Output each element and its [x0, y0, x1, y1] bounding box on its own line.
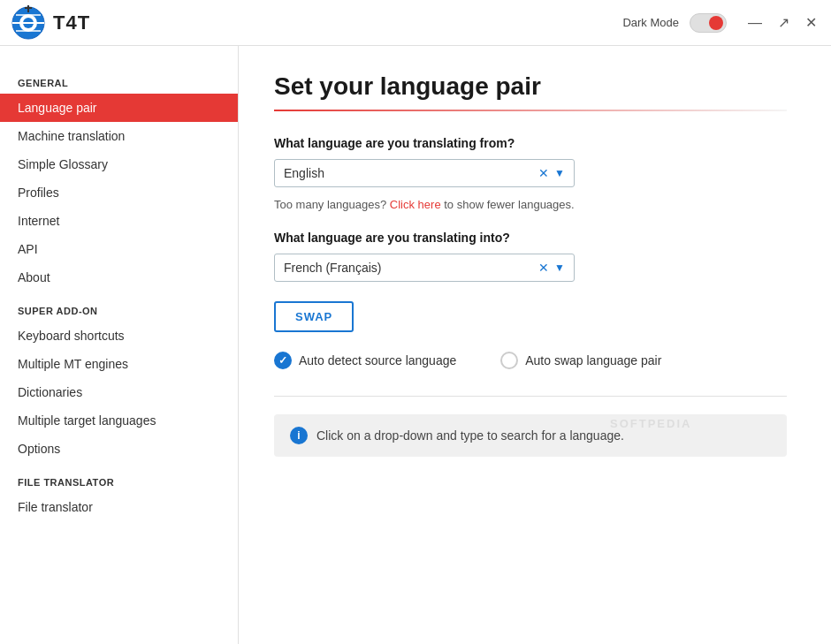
- sidebar-item-file-translator[interactable]: File translator: [0, 493, 238, 521]
- to-language-dropdown[interactable]: French (Français) ✕ ▼: [274, 254, 575, 282]
- auto-swap-checkbox-circle: [500, 352, 518, 369]
- clear-from-icon[interactable]: ✕: [538, 166, 549, 180]
- titlebar-left: T4T: [11, 5, 90, 41]
- titlebar: T4T Dark Mode — ↗ ✕: [0, 0, 831, 46]
- from-language-question: What language are you translating from?: [274, 136, 787, 150]
- to-language-value: French (Français): [284, 261, 538, 275]
- dark-mode-label: Dark Mode: [622, 16, 679, 29]
- hint-text: Too many languages? Click here to show f…: [274, 198, 787, 211]
- dark-mode-toggle[interactable]: [690, 13, 727, 33]
- content-area: SOFTPEDIA Set your language pair What la…: [239, 46, 831, 644]
- to-chevron-down-icon: ▼: [554, 261, 565, 274]
- auto-detect-label: Auto detect source language: [299, 353, 456, 367]
- titlebar-right: Dark Mode — ↗ ✕: [622, 13, 820, 33]
- auto-detect-checkbox-circle: [274, 352, 292, 369]
- clear-to-icon[interactable]: ✕: [538, 261, 549, 275]
- sidebar-item-about[interactable]: About: [0, 263, 238, 292]
- window-controls: — ↗ ✕: [744, 14, 820, 32]
- sidebar-item-keyboard-shortcuts[interactable]: Keyboard shortcuts: [0, 322, 238, 350]
- sidebar-item-dictionaries[interactable]: Dictionaries: [0, 378, 238, 406]
- to-dropdown-icons: ✕ ▼: [538, 261, 565, 275]
- to-language-question: What language are you translating into?: [274, 231, 787, 245]
- swap-button[interactable]: SWAP: [274, 301, 354, 332]
- sidebar-section-general: GENERAL: [0, 64, 238, 94]
- sidebar-item-profiles[interactable]: Profiles: [0, 178, 238, 207]
- chevron-down-icon: ▼: [554, 167, 565, 179]
- hint-suffix: to show fewer languages.: [444, 198, 574, 211]
- sidebar-item-language-pair[interactable]: Language pair: [0, 94, 238, 122]
- sidebar-item-multiple-mt-engines[interactable]: Multiple MT engines: [0, 350, 238, 378]
- main-layout: GENERAL Language pair Machine translatio…: [0, 46, 831, 644]
- app-logo: [11, 5, 46, 41]
- hint-prefix: Too many languages?: [274, 198, 386, 211]
- dropdown-icons: ✕ ▼: [538, 166, 565, 180]
- checkboxes-row: Auto detect source language Auto swap la…: [274, 352, 787, 369]
- info-text: Click on a drop-down and type to search …: [316, 428, 624, 443]
- sidebar-section-file-translator: FILE TRANSLATOR: [0, 463, 238, 493]
- from-language-value: English: [284, 166, 538, 180]
- toggle-knob: [709, 16, 723, 30]
- minimize-button[interactable]: —: [744, 14, 766, 32]
- sidebar-item-multiple-target-languages[interactable]: Multiple target languages: [0, 406, 238, 435]
- sidebar-item-simple-glossary[interactable]: Simple Glossary: [0, 150, 238, 178]
- divider-line: [274, 396, 787, 397]
- sidebar-section-super-addon: SUPER ADD-ON: [0, 292, 238, 322]
- from-language-dropdown[interactable]: English ✕ ▼: [274, 159, 575, 187]
- info-box: i Click on a drop-down and type to searc…: [274, 414, 787, 457]
- maximize-button[interactable]: ↗: [774, 14, 793, 32]
- page-title: Set your language pair: [274, 72, 787, 101]
- sidebar-item-machine-translation[interactable]: Machine translation: [0, 122, 238, 150]
- app-title: T4T: [53, 11, 90, 34]
- sidebar-item-api[interactable]: API: [0, 235, 238, 263]
- sidebar-item-internet[interactable]: Internet: [0, 207, 238, 235]
- auto-swap-checkbox[interactable]: Auto swap language pair: [500, 352, 661, 369]
- auto-swap-label: Auto swap language pair: [525, 353, 661, 367]
- close-button[interactable]: ✕: [802, 14, 820, 32]
- sidebar-item-options[interactable]: Options: [0, 435, 238, 463]
- auto-detect-checkbox[interactable]: Auto detect source language: [274, 352, 456, 369]
- title-divider: [274, 110, 787, 111]
- sidebar: GENERAL Language pair Machine translatio…: [0, 46, 239, 644]
- info-icon: i: [290, 427, 308, 444]
- hint-link[interactable]: Click here: [390, 198, 441, 211]
